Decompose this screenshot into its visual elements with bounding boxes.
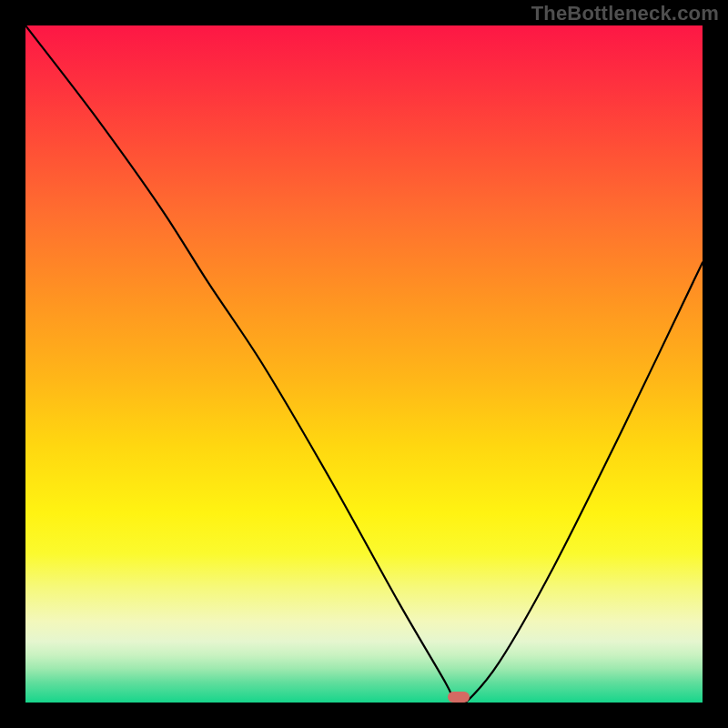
bottleneck-curve (25, 25, 703, 703)
chart-frame: TheBottleneck.com (0, 0, 728, 728)
attribution-text: TheBottleneck.com (531, 2, 719, 25)
curve-svg (25, 25, 703, 703)
optimal-marker (448, 692, 470, 703)
plot-area (25, 25, 703, 703)
